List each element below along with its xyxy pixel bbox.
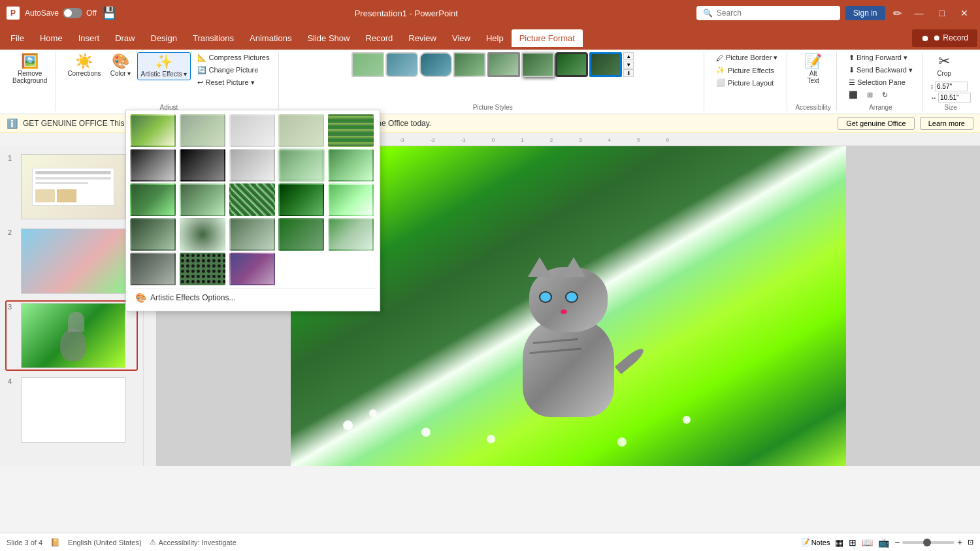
- tab-draw[interactable]: Draw: [107, 29, 142, 47]
- learn-more-button[interactable]: Learn more: [920, 117, 973, 130]
- normal-view-button[interactable]: ▦: [835, 537, 843, 548]
- effect-r4-1[interactable]: [130, 218, 176, 251]
- compress-pictures-button[interactable]: 📐 Compress Pictures: [193, 52, 273, 63]
- group-objects-button[interactable]: ⊞: [863, 89, 877, 101]
- send-backward-button[interactable]: ⬇ Send Backward ▾: [845, 65, 917, 76]
- style-7[interactable]: [555, 52, 588, 77]
- reset-picture-button[interactable]: ↩ Reset Picture ▾: [193, 77, 273, 88]
- picture-border-button[interactable]: 🖊 Picture Border ▾: [712, 52, 781, 63]
- signin-button[interactable]: Sign in: [845, 6, 885, 20]
- search-bar[interactable]: 🔍: [696, 6, 840, 20]
- tab-home[interactable]: Home: [32, 29, 71, 47]
- search-input[interactable]: [717, 8, 821, 18]
- effect-bw2[interactable]: [180, 149, 225, 181]
- effect-green1[interactable]: [328, 149, 374, 181]
- accessibility-status[interactable]: ⚠ Accessibility: Investigate: [150, 538, 237, 546]
- pen-icon-button[interactable]: ✏: [890, 6, 904, 21]
- gallery-scroll-up[interactable]: ▲: [623, 52, 634, 60]
- color-button[interactable]: 🎨 Color ▾: [107, 52, 135, 79]
- rotate-button[interactable]: ↻: [878, 89, 892, 101]
- save-icon[interactable]: 💾: [102, 6, 116, 20]
- gallery-more[interactable]: ⬇: [623, 69, 634, 77]
- effect-mosaic[interactable]: [328, 114, 374, 147]
- language-status[interactable]: English (United States): [68, 539, 142, 546]
- height-input[interactable]: [935, 82, 968, 91]
- tab-transitions[interactable]: Transitions: [185, 29, 242, 47]
- autosave-toggle[interactable]: [63, 8, 82, 18]
- effect-bw[interactable]: [130, 149, 176, 181]
- effect-watercolor[interactable]: [278, 114, 324, 147]
- presenter-view-button[interactable]: 📺: [878, 537, 889, 548]
- crop-button[interactable]: ✂ Crop: [930, 52, 958, 79]
- tab-record[interactable]: Record: [357, 29, 400, 47]
- reading-view-button[interactable]: 📖: [862, 537, 873, 548]
- style-6[interactable]: [521, 52, 554, 77]
- tab-pictureformat[interactable]: Picture Format: [512, 29, 583, 47]
- effect-blur[interactable]: [278, 149, 324, 181]
- remove-background-button[interactable]: 🖼️ RemoveBackground: [9, 52, 50, 86]
- effect-r4-5[interactable]: [328, 218, 374, 251]
- effect-line-drawing[interactable]: [229, 114, 275, 147]
- fit-to-window-button[interactable]: ⊡: [968, 538, 973, 546]
- minimize-button[interactable]: —: [909, 7, 929, 20]
- tab-view[interactable]: View: [444, 29, 478, 47]
- slide-thumb-3[interactable]: 3: [5, 300, 138, 371]
- style-5[interactable]: [487, 52, 520, 77]
- effect-r4-2[interactable]: [180, 218, 225, 251]
- maximize-button[interactable]: □: [934, 7, 950, 20]
- zoom-slider[interactable]: [902, 541, 955, 544]
- slide-thumb-2[interactable]: 2: [5, 226, 138, 296]
- notes-button[interactable]: 📝 Notes: [801, 538, 830, 546]
- zoom-out-button[interactable]: −: [894, 537, 900, 547]
- change-picture-button[interactable]: 🔄 Change Picture: [193, 65, 273, 76]
- effect-r5-3[interactable]: [229, 253, 275, 285]
- style-8-selected[interactable]: [589, 52, 622, 77]
- effect-none[interactable]: [130, 114, 176, 147]
- effect-r4-3[interactable]: [229, 218, 275, 251]
- picture-effects-button[interactable]: ✨ Picture Effects: [712, 65, 778, 76]
- effect-g4[interactable]: [278, 183, 324, 216]
- tab-insert[interactable]: Insert: [71, 29, 108, 47]
- tab-file[interactable]: File: [3, 29, 32, 47]
- effect-r4-4[interactable]: [278, 218, 324, 251]
- picture-layout-button[interactable]: ⬜ Picture Layout: [712, 77, 777, 88]
- corrections-button[interactable]: ☀️ Corrections: [64, 52, 104, 79]
- effect-bw3[interactable]: [229, 149, 275, 181]
- width-input[interactable]: [938, 93, 971, 102]
- effect-r5-2[interactable]: [180, 253, 225, 285]
- height-control: ↕: [930, 82, 971, 91]
- zoom-in-button[interactable]: +: [957, 537, 962, 547]
- tab-design[interactable]: Design: [143, 29, 185, 47]
- zoom-control[interactable]: − +: [894, 537, 962, 547]
- tab-animations[interactable]: Animations: [242, 29, 299, 47]
- tab-review[interactable]: Review: [400, 29, 444, 47]
- group-picture-styles: ▲ ▼ ⬇ Picture Styles: [282, 52, 704, 111]
- effect-g1[interactable]: [130, 183, 176, 216]
- effect-pencil-sketch[interactable]: [180, 114, 225, 147]
- slide-thumb-1[interactable]: 1: [5, 151, 138, 222]
- effect-r5-1[interactable]: [130, 253, 176, 285]
- effect-g5[interactable]: [328, 183, 374, 216]
- gallery-scroll-down[interactable]: ▼: [623, 61, 634, 69]
- bring-forward-button[interactable]: ⬆ Bring Forward ▾: [845, 52, 911, 63]
- effect-g3[interactable]: [229, 183, 275, 216]
- alt-text-button[interactable]: 📝 AltText: [800, 52, 827, 86]
- get-genuine-office-button[interactable]: Get genuine Office: [838, 117, 915, 130]
- slide-thumb-4[interactable]: 4: [5, 375, 138, 445]
- artistic-effects-button[interactable]: ✨ Artistic Effects ▾: [137, 52, 191, 80]
- slide-sorter-button[interactable]: ⊞: [849, 537, 857, 548]
- style-2[interactable]: [385, 52, 418, 77]
- slide-num-2: 2: [8, 228, 18, 236]
- style-4[interactable]: [453, 52, 486, 78]
- group-size: ✂ Crop ↕ ↔ Size: [925, 52, 976, 111]
- record-button[interactable]: ⏺ ⏺ Record: [912, 29, 977, 47]
- artistic-effects-options-button[interactable]: 🎨 Artistic Effects Options...: [130, 288, 376, 307]
- close-button[interactable]: ✕: [955, 7, 973, 20]
- tab-help[interactable]: Help: [478, 29, 512, 47]
- effect-g2[interactable]: [180, 183, 225, 216]
- style-3[interactable]: [419, 52, 452, 77]
- tab-slideshow[interactable]: Slide Show: [299, 29, 357, 47]
- style-1[interactable]: [351, 52, 384, 77]
- selection-pane-button[interactable]: ☰ Selection Pane: [845, 77, 909, 88]
- align-button[interactable]: ⬛: [845, 89, 862, 101]
